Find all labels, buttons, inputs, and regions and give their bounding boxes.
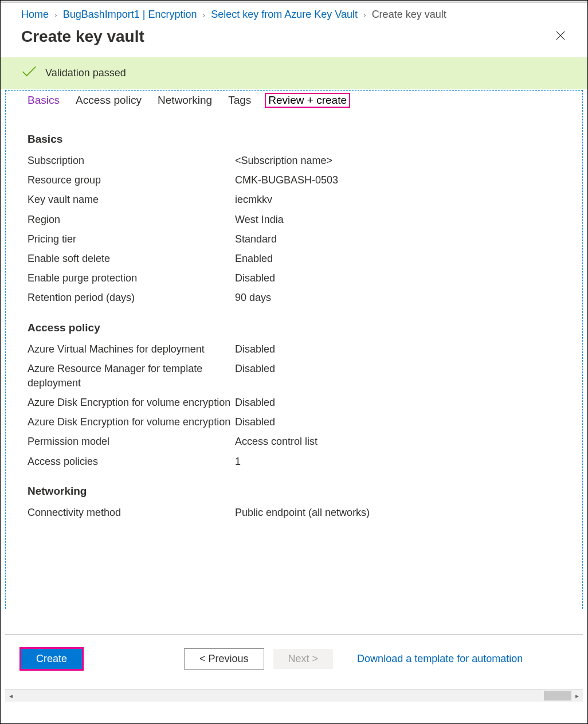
kv-row: Azure Disk Encryption for volume encrypt… [28,396,560,410]
download-template-link[interactable]: Download a template for automation [357,653,523,665]
kv-value: 1 [235,455,241,469]
kv-row: Azure Resource Manager for template depl… [28,362,560,390]
kv-row: Access policies1 [28,455,560,469]
kv-value: <Subscription name> [235,154,332,168]
chevron-right-icon: › [363,10,366,19]
kv-key: Enable purge protection [28,271,235,285]
kv-key: Azure Virtual Machines for deployment [28,342,235,357]
kv-key: Azure Disk Encryption for volume encrypt… [28,396,235,410]
kv-value: 90 days [235,291,271,305]
scrollbar-thumb[interactable] [544,691,571,700]
kv-key: Region [28,213,235,227]
kv-key: Retention period (days) [28,291,235,305]
kv-row: Azure Disk Encryption for volume encrypt… [28,415,560,429]
kv-row: Pricing tierStandard [28,232,560,246]
kv-value: Access control list [235,435,317,449]
validation-banner: Validation passed [1,57,587,89]
create-button[interactable]: Create [21,649,82,669]
kv-key: Azure Disk Encryption for volume encrypt… [28,415,235,429]
kv-value: Disabled [235,271,275,285]
kv-key: Subscription [28,154,235,168]
kv-value: Disabled [235,362,275,390]
breadcrumb-home[interactable]: Home [21,9,49,21]
check-icon [21,65,37,81]
kv-row: Subscription<Subscription name> [28,154,560,168]
kv-key: Pricing tier [28,232,235,246]
scrollbar-track[interactable] [17,690,571,702]
kv-value: Standard [235,232,277,246]
breadcrumb-resource[interactable]: BugBashImport1 | Encryption [63,9,197,21]
content-scroll-area[interactable]: Basics Access policy Networking Tags Rev… [5,90,583,609]
section-basics-title: Basics [28,133,560,146]
next-button: Next > [273,649,334,669]
close-icon [554,29,567,42]
tab-networking[interactable]: Networking [158,94,212,107]
kv-value: Disabled [235,342,275,357]
tabs-bar: Basics Access policy Networking Tags Rev… [6,91,582,114]
kv-row: Enable purge protectionDisabled [28,271,560,285]
kv-row: Retention period (days)90 days [28,291,560,305]
page-title: Create key vault [21,28,144,46]
footer-actions: Create < Previous Next > Download a temp… [5,634,583,683]
kv-key: Key vault name [28,193,235,207]
kv-key: Permission model [28,435,235,449]
tab-review-create[interactable]: Review + create [265,93,350,108]
kv-row: Permission modelAccess control list [28,435,560,449]
kv-value: Public endpoint (all networks) [235,506,370,520]
breadcrumb: Home › BugBashImport1 | Encryption › Sel… [1,3,587,24]
breadcrumb-select-key[interactable]: Select key from Azure Key Vault [211,9,358,21]
section-networking-title: Networking [28,485,560,498]
kv-key: Access policies [28,455,235,469]
kv-key: Azure Resource Manager for template depl… [28,362,235,390]
kv-row: RegionWest India [28,213,560,227]
close-button[interactable] [554,29,567,45]
chevron-right-icon: › [54,10,57,19]
kv-value: iecmkkv [235,193,272,207]
kv-value: CMK-BUGBASH-0503 [235,173,338,187]
blade-header: Create key vault [1,24,587,57]
kv-value: Enabled [235,252,273,266]
chevron-right-icon: › [203,10,206,19]
kv-row: Connectivity methodPublic endpoint (all … [28,506,560,520]
tab-basics[interactable]: Basics [28,94,60,107]
validation-message: Validation passed [45,67,126,79]
kv-key: Connectivity method [28,506,235,520]
kv-key: Enable soft delete [28,252,235,266]
scroll-right-arrow-icon[interactable]: ▸ [571,692,583,700]
kv-value: Disabled [235,396,275,410]
horizontal-scrollbar[interactable]: ◂ ▸ [5,689,583,702]
kv-row: Enable soft deleteEnabled [28,252,560,266]
kv-value: Disabled [235,415,275,429]
kv-value: West India [235,213,284,227]
kv-row: Azure Virtual Machines for deploymentDis… [28,342,560,357]
breadcrumb-current: Create key vault [372,9,446,21]
tab-tags[interactable]: Tags [228,94,251,107]
review-panel: Basics Subscription<Subscription name> R… [6,114,582,520]
previous-button[interactable]: < Previous [184,648,264,670]
tab-access-policy[interactable]: Access policy [76,94,142,107]
kv-key: Resource group [28,173,235,187]
kv-row: Resource groupCMK-BUGBASH-0503 [28,173,560,187]
section-access-title: Access policy [28,322,560,334]
kv-row: Key vault nameiecmkkv [28,193,560,207]
scroll-left-arrow-icon[interactable]: ◂ [5,692,17,700]
